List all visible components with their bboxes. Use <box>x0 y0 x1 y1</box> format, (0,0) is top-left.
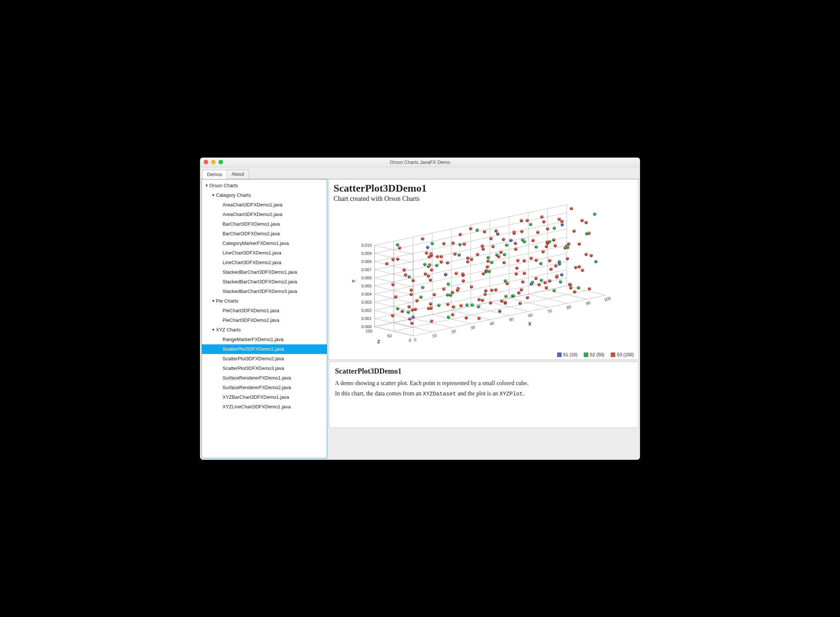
tree-item[interactable]: SurfaceRendererFXDemo2.java <box>202 383 327 393</box>
tree-item[interactable]: StackedBarChart3DFXDemo2.java <box>202 277 327 287</box>
close-icon[interactable] <box>204 160 208 164</box>
tree-group[interactable]: ▼Pie Charts <box>202 296 327 306</box>
tab-bar: Demos About <box>200 167 640 179</box>
svg-text:0.002: 0.002 <box>361 308 371 313</box>
tree-item[interactable]: LineChart3DFXDemo1.java <box>202 248 327 258</box>
tree-item[interactable]: ScatterPlot3DFXDemo3.java <box>202 364 327 373</box>
chart-panel: ScatterPlot3DDemo1 Chart created with Or… <box>329 179 638 360</box>
legend-s1: S1 (10) <box>563 352 578 357</box>
svg-text:100: 100 <box>603 295 611 302</box>
svg-text:0.010: 0.010 <box>361 243 371 248</box>
tree-group[interactable]: ▼Category Charts <box>202 190 327 200</box>
svg-text:60: 60 <box>528 312 533 318</box>
demo-tree[interactable]: ▼Orson Charts▼Category ChartsAreaChart3D… <box>202 179 327 458</box>
svg-text:0: 0 <box>409 338 411 342</box>
legend-s2: S2 (50) <box>590 352 604 357</box>
svg-text:0.005: 0.005 <box>361 284 371 288</box>
tree-item[interactable]: ScatterPlot3DFXDemo2.java <box>202 354 327 364</box>
tree-item[interactable]: BarChart3DFXDemo2.java <box>202 229 327 239</box>
svg-text:40: 40 <box>489 320 495 326</box>
tree-item[interactable]: BarChart3DFXDemo1.java <box>202 219 327 229</box>
svg-text:50: 50 <box>387 333 392 338</box>
chart-legend: S1 (10) S2 (50) S3 (150) <box>333 351 634 357</box>
svg-text:50: 50 <box>508 316 514 322</box>
tree-group[interactable]: ▼Orson Charts <box>202 181 327 190</box>
tree-item[interactable]: PieChart3DFXDemo2.java <box>202 316 327 325</box>
svg-text:0.004: 0.004 <box>361 292 371 296</box>
minimize-icon[interactable] <box>211 160 215 164</box>
tab-about[interactable]: About <box>227 170 249 179</box>
tree-item[interactable]: XYZLineChart3DFXDemo1.java <box>202 402 327 412</box>
tree-item[interactable]: ScatterPlot3DFXDemo1.java <box>202 344 327 354</box>
svg-text:80: 80 <box>566 304 572 310</box>
svg-text:90: 90 <box>585 300 591 306</box>
svg-text:0.003: 0.003 <box>361 300 371 304</box>
description-p2: In this chart, the data comes from an XY… <box>335 390 632 397</box>
tree-item[interactable]: RangeMarkerFXDemo1.java <box>202 335 327 344</box>
tree-item[interactable]: AreaChart3DFXDemo2.java <box>202 210 327 219</box>
svg-line-11 <box>413 295 606 336</box>
svg-text:0.008: 0.008 <box>361 259 371 264</box>
legend-s3: S3 (150) <box>617 352 634 357</box>
tree-item[interactable]: CategoryMarkerFXDemo1.java <box>202 239 327 248</box>
svg-text:Z: Z <box>377 338 380 344</box>
window-title: Orson Charts JavaFX Demo <box>200 159 640 165</box>
tree-item[interactable]: PieChart3DFXDemo1.java <box>202 306 327 316</box>
scatter-3d-chart[interactable]: 0.0000.0010.0020.0030.0040.0050.0060.007… <box>339 203 628 351</box>
svg-text:70: 70 <box>547 308 553 314</box>
description-panel: ScatterPlot3DDemo1 A demo showing a scat… <box>329 362 638 428</box>
svg-text:0.001: 0.001 <box>361 316 371 321</box>
svg-text:0.006: 0.006 <box>361 276 371 280</box>
svg-text:10: 10 <box>432 332 437 338</box>
chart-title: ScatterPlot3DDemo1 <box>333 182 634 194</box>
tree-item[interactable]: XYZBarChart3DFXDemo1.java <box>202 393 327 402</box>
svg-text:0.007: 0.007 <box>361 267 371 272</box>
svg-text:Y: Y <box>351 279 357 283</box>
app-window: Orson Charts JavaFX Demo Demos About ▼Or… <box>200 158 640 460</box>
tree-item[interactable]: StackedBarChart3DFXDemo1.java <box>202 267 327 277</box>
tree-item[interactable]: AreaChart3DFXDemo1.java <box>202 200 327 210</box>
description-heading: ScatterPlot3DDemo1 <box>335 367 632 375</box>
zoom-icon[interactable] <box>218 160 223 164</box>
svg-text:0: 0 <box>413 337 417 342</box>
tree-item[interactable]: SurfaceRendererFXDemo1.java <box>202 373 327 383</box>
svg-text:30: 30 <box>470 325 476 330</box>
svg-text:20: 20 <box>451 328 456 334</box>
svg-text:100: 100 <box>365 329 372 333</box>
tab-demos[interactable]: Demos <box>202 170 227 179</box>
titlebar: Orson Charts JavaFX Demo <box>200 158 640 167</box>
svg-text:0.000: 0.000 <box>361 325 371 329</box>
tree-group[interactable]: ▼XYZ Charts <box>202 325 327 335</box>
tree-item[interactable]: StackedBarChart3DFXDemo3.java <box>202 287 327 296</box>
svg-text:X: X <box>528 321 532 327</box>
svg-text:0.009: 0.009 <box>361 251 371 255</box>
chart-subtitle: Chart created with Orson Charts <box>333 195 634 203</box>
description-p1: A demo showing a scatter plot. Each poin… <box>335 380 632 387</box>
tree-item[interactable]: LineChart3DFXDemo2.java <box>202 258 327 267</box>
